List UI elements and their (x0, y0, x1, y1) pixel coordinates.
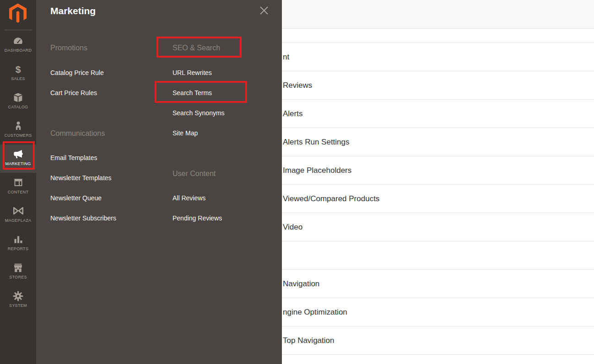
config-section-row[interactable]: Viewed/Compared Products (282, 185, 594, 213)
section-header-promotions: Promotions (50, 44, 87, 52)
menu-item-catalog-price-rule[interactable]: Catalog Price Rule (50, 69, 104, 76)
sidebar-item-label: STORES (9, 275, 27, 279)
page-header-band (282, 0, 594, 29)
config-section-row[interactable]: Top Navigation (282, 327, 594, 355)
sidebar-item-stores[interactable]: STORES (0, 258, 36, 286)
config-section-row[interactable]: Video (282, 213, 594, 241)
admin-sidebar: DASHBOARD $ SALES CATALOG (0, 0, 36, 364)
close-button[interactable] (259, 5, 269, 17)
menu-item-site-map[interactable]: Site Map (173, 129, 198, 137)
config-section-row[interactable]: Image Placeholders (282, 156, 594, 185)
sidebar-divider (4, 30, 32, 30)
menu-item-pending-reviews[interactable]: Pending Reviews (173, 214, 222, 222)
menu-item-cart-price-rules[interactable]: Cart Price Rules (50, 89, 97, 96)
config-section-label: Alerts Run Settings (283, 138, 350, 147)
config-section-label: Video (283, 223, 302, 232)
section-header-communications: Communications (50, 129, 105, 138)
sidebar-item-label: REPORTS (8, 246, 28, 251)
menu-item-search-terms[interactable]: Search Terms (173, 89, 212, 96)
sales-dollar-icon: $ (16, 63, 21, 75)
sidebar-item-label: SALES (11, 76, 25, 81)
system-gear-icon (12, 290, 24, 302)
config-section-label: Alerts (283, 109, 302, 118)
section-header-seo-search: SEO & Search (173, 44, 220, 52)
sidebar-item-label: SYSTEM (9, 303, 27, 308)
dashboard-gauge-icon (12, 35, 24, 47)
sidebar-item-sales[interactable]: $ SALES (0, 59, 36, 88)
stores-shop-icon (12, 262, 24, 274)
close-x-icon (259, 9, 269, 17)
magento-logo[interactable] (9, 3, 27, 24)
config-section-row[interactable]: ngine Optimization (282, 298, 594, 327)
sidebar-item-label: CUSTOMERS (4, 133, 32, 138)
sidebar-item-system[interactable]: SYSTEM (0, 286, 36, 315)
menu-item-newsletter-templates[interactable]: Newsletter Templates (50, 174, 112, 182)
sidebar-item-marketing[interactable]: MARKETING (0, 145, 36, 173)
sidebar-item-label: CONTENT (8, 190, 29, 194)
config-section-row[interactable]: Alerts (282, 100, 594, 128)
config-section-label: Navigation (283, 279, 319, 289)
sidebar-item-reports[interactable]: REPORTS (0, 230, 36, 258)
sidebar-item-customers[interactable]: CUSTOMERS (0, 116, 36, 145)
menu-item-all-reviews[interactable]: All Reviews (173, 194, 205, 202)
sidebar-item-content[interactable]: CONTENT (0, 173, 36, 201)
sidebar-item-mageplaza[interactable]: MAGEPLAZA (0, 201, 36, 230)
flyout-title: Marketing (50, 5, 96, 16)
config-section-row[interactable]: Navigation (282, 270, 594, 298)
menu-item-newsletter-subscribers[interactable]: Newsletter Subscribers (50, 214, 116, 222)
config-section-label: ngine Optimization (283, 308, 347, 317)
config-page: nt Reviews Alerts Alerts Run Settings Im… (282, 0, 594, 364)
config-section-label: nt (283, 53, 289, 62)
section-header-user-content: User Content (173, 170, 216, 178)
marketing-megaphone-icon (12, 148, 24, 161)
menu-item-search-synonyms[interactable]: Search Synonyms (173, 109, 225, 117)
sidebar-item-dashboard[interactable]: DASHBOARD (0, 31, 36, 59)
sidebar-item-label: MARKETING (5, 161, 31, 166)
sidebar-item-label: DASHBOARD (5, 48, 32, 53)
menu-item-email-templates[interactable]: Email Templates (50, 154, 97, 161)
config-section-label: Top Navigation (283, 336, 334, 345)
config-section-label: Reviews (283, 81, 312, 90)
mageplaza-logo-icon (12, 205, 24, 217)
menu-item-url-rewrites[interactable]: URL Rewrites (173, 69, 212, 76)
sidebar-nav: DASHBOARD $ SALES CATALOG (0, 31, 36, 315)
content-layout-icon (13, 177, 24, 189)
config-section-row[interactable] (282, 241, 594, 270)
config-section-label: Viewed/Compared Products (283, 194, 379, 203)
sidebar-item-label: CATALOG (8, 105, 28, 109)
customers-person-icon (13, 120, 24, 132)
config-section-row[interactable] (282, 355, 594, 364)
config-section-row[interactable]: Alerts Run Settings (282, 128, 594, 156)
marketing-flyout-menu: Marketing Promotions Catalog Price Rule … (36, 0, 282, 364)
config-section-row[interactable]: Reviews (282, 71, 594, 100)
config-section-row[interactable]: nt (282, 43, 594, 71)
config-section-label: Image Placeholders (283, 166, 351, 175)
sidebar-item-catalog[interactable]: CATALOG (0, 88, 36, 116)
menu-item-newsletter-queue[interactable]: Newsletter Queue (50, 194, 102, 202)
catalog-box-icon (12, 91, 24, 104)
content-top-strip (282, 29, 594, 43)
reports-chart-icon (13, 233, 24, 246)
sidebar-item-label: MAGEPLAZA (5, 218, 32, 223)
